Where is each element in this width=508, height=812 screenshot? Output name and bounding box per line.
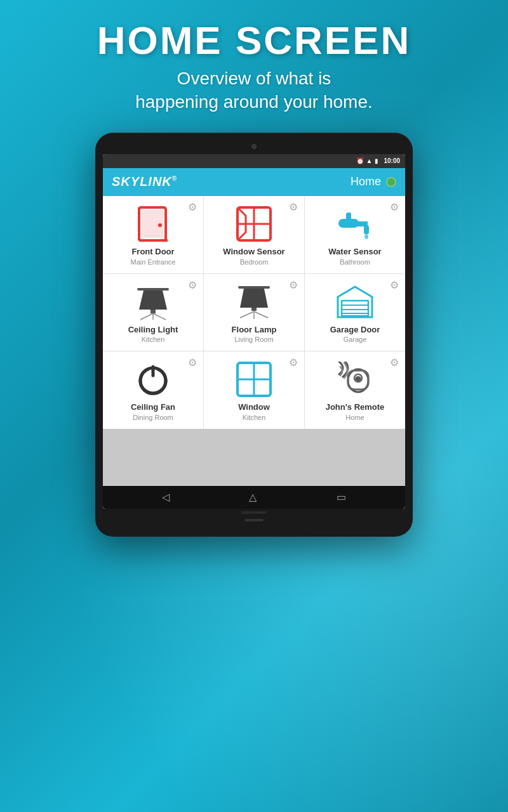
device-location-floor-lamp: Living Room [234,336,273,343]
svg-line-23 [254,311,268,318]
alarm-icon: ⏰ [356,157,364,164]
device-name-front-door: Front Door [131,247,174,257]
gear-icon-water-sensor[interactable]: ⚙ [390,201,399,213]
battery-icon: ▮ [375,157,378,164]
skylink-logo: SKYLINK® [112,174,177,189]
svg-rect-18 [238,286,270,289]
tablet-frame: ⏰ ▲ ▮ 10:00 SKYLINK® Home ⚙ [95,133,413,537]
svg-rect-14 [150,310,156,313]
app-header: SKYLINK® Home [103,168,405,196]
status-time: 10:00 [384,157,400,164]
device-name-floor-lamp: Floor Lamp [232,325,277,335]
svg-rect-10 [346,213,351,221]
device-cell-window-sensor-bedroom[interactable]: ⚙ Window Sensor Bedroom [204,196,304,273]
device-location-johns-remote: Home [345,414,364,421]
home-status-dot [386,177,396,187]
device-cell-window-kitchen[interactable]: ⚙ Window Kitchen [204,351,304,429]
device-name-johns-remote: John's Remote [326,402,385,412]
device-location-front-door: Main Entrance [131,258,176,266]
svg-rect-12 [137,288,169,291]
device-name-garage-door: Garage Door [330,325,380,335]
device-location-window-kitchen: Kitchen [243,414,266,421]
device-cell-front-door[interactable]: ⚙ Front Door Main Entrance [103,196,203,273]
device-location-ceiling-fan: Dining Room [133,414,173,421]
device-icon-window-kitchen [232,360,276,398]
svg-line-17 [153,313,166,320]
home-label: Home [351,175,381,188]
svg-line-15 [140,313,153,320]
device-icon-front-door [131,205,175,243]
gear-icon-ceiling-fan[interactable]: ⚙ [188,357,197,369]
home-section[interactable]: Home [351,175,396,188]
tablet-home-button[interactable] [244,519,264,521]
page-title: HOME SCREEN [97,19,411,62]
device-icon-water-sensor [333,205,377,243]
device-location-garage-door: Garage [344,336,367,343]
device-icon-garage-door [333,283,377,321]
device-cell-ceiling-light[interactable]: ⚙ Ceiling Light [103,274,203,351]
back-button[interactable]: ◁ [162,491,170,503]
gear-icon-johns-remote[interactable]: ⚙ [390,357,399,369]
svg-rect-20 [251,308,257,311]
tablet-speaker [241,511,267,514]
empty-scroll-area [103,429,405,486]
gear-icon-garage-door[interactable]: ⚙ [390,279,399,291]
device-cell-johns-remote[interactable]: ⚙ [305,351,405,429]
gear-icon-ceiling-light[interactable]: ⚙ [188,279,197,291]
svg-line-21 [240,311,254,318]
svg-marker-13 [139,291,167,310]
device-cell-ceiling-fan[interactable]: ⚙ Ceiling Fan Dining Room [103,351,203,429]
svg-point-11 [364,234,368,239]
device-grid: ⚙ Front Door Main Entrance ⚙ [103,196,405,429]
home-nav-button[interactable]: △ [249,491,257,503]
device-icon-johns-remote [333,360,377,398]
device-name-window-sensor: Window Sensor [223,247,284,257]
device-cell-floor-lamp[interactable]: ⚙ Floor Lamp L [204,274,304,351]
device-name-window-kitchen: Window [238,402,270,412]
tablet-screen: ⏰ ▲ ▮ 10:00 SKYLINK® Home ⚙ [103,154,405,509]
device-location-water-sensor: Bathroom [340,258,370,266]
tablet-camera [251,144,257,149]
device-icon-floor-lamp [232,283,276,321]
svg-marker-24 [338,287,372,317]
svg-marker-19 [240,289,268,308]
page-subtitle: Overview of what is happening around you… [97,67,411,114]
gear-icon-window-kitchen[interactable]: ⚙ [289,357,298,369]
device-name-ceiling-light: Ceiling Light [128,325,178,335]
device-icon-window-sensor [232,205,276,243]
device-name-water-sensor: Water Sensor [328,247,381,257]
device-icon-ceiling-light [131,283,175,321]
tablet-bottom-bar [103,518,405,523]
device-name-ceiling-fan: Ceiling Fan [131,402,175,412]
gear-icon-floor-lamp[interactable]: ⚙ [289,279,298,291]
nav-bar: ◁ △ ▭ [103,486,405,509]
status-bar: ⏰ ▲ ▮ 10:00 [103,154,405,168]
wifi-icon: ▲ [366,157,373,164]
device-icon-ceiling-fan [131,360,175,398]
device-location-window-sensor: Bedroom [240,258,269,266]
device-cell-water-sensor-bathroom[interactable]: ⚙ Water Sensor Bathroom [305,196,405,273]
device-cell-garage-door[interactable]: ⚙ Garage Door Garage [305,274,405,351]
gear-icon-window-sensor[interactable]: ⚙ [289,201,298,213]
device-location-ceiling-light: Kitchen [142,336,165,343]
header-section: HOME SCREEN Overview of what is happenin… [97,0,411,114]
status-icons: ⏰ ▲ ▮ [356,157,379,164]
recents-button[interactable]: ▭ [337,491,346,503]
gear-icon-front-door[interactable]: ⚙ [188,201,197,213]
logo-text: SKYLINK® [112,174,177,189]
svg-rect-9 [364,225,369,234]
svg-point-3 [158,223,162,227]
